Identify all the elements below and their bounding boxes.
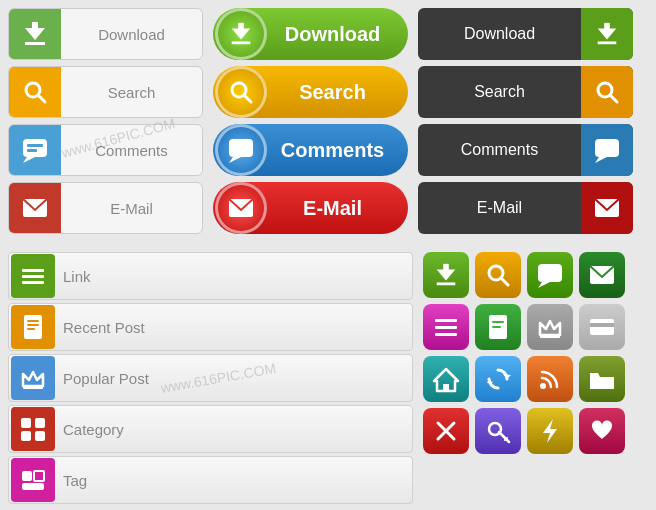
svg-rect-26 xyxy=(22,269,44,272)
grid-refresh-icon[interactable] xyxy=(475,356,521,402)
dark-comments-label: Comments xyxy=(418,141,581,159)
svg-rect-54 xyxy=(492,321,504,323)
svg-marker-16 xyxy=(229,157,241,163)
svg-line-22 xyxy=(610,95,617,102)
grid-key-icon[interactable] xyxy=(475,408,521,454)
list-item-popular-post[interactable]: Popular Post xyxy=(8,354,413,402)
recent-post-icon xyxy=(11,305,55,349)
dark-mail-icon xyxy=(581,182,633,234)
icon-grid-column xyxy=(423,252,633,504)
icon-grid xyxy=(423,252,633,454)
svg-rect-12 xyxy=(232,41,251,44)
svg-line-68 xyxy=(499,432,509,442)
svg-rect-41 xyxy=(22,483,44,490)
grid-download-icon[interactable] xyxy=(423,252,469,298)
svg-rect-29 xyxy=(24,315,42,339)
pill-download-label: Download xyxy=(267,23,408,46)
grid-lightning-icon[interactable] xyxy=(527,408,573,454)
dark-comment-icon xyxy=(581,124,633,176)
grid-search-icon[interactable] xyxy=(475,252,521,298)
list-recent-post-label: Recent Post xyxy=(63,319,145,336)
grid-comment-icon[interactable] xyxy=(527,252,573,298)
svg-rect-47 xyxy=(538,264,562,282)
grid-folder-icon[interactable] xyxy=(579,356,625,402)
grid-crown-icon[interactable] xyxy=(527,304,573,350)
pill-search-label: Search xyxy=(267,81,408,104)
list-items-column: Link Recent Post Popular Pos xyxy=(8,252,413,504)
list-item-category[interactable]: Category xyxy=(8,405,413,453)
dark-search-label: Search xyxy=(418,83,581,101)
svg-line-69 xyxy=(505,438,507,440)
svg-rect-51 xyxy=(435,326,457,329)
pill-comments-button[interactable]: Comments xyxy=(213,124,408,176)
flat-comments-button[interactable]: Comments xyxy=(8,124,203,176)
grid-card-icon[interactable] xyxy=(579,304,625,350)
dark-download-icon xyxy=(581,8,633,60)
pill-mail-icon xyxy=(215,182,267,234)
svg-marker-62 xyxy=(503,374,511,379)
flat-download-label: Download xyxy=(61,26,202,43)
search-icon xyxy=(9,66,61,118)
pill-search-icon xyxy=(215,66,267,118)
svg-rect-61 xyxy=(443,384,449,391)
dark-download-button[interactable]: Download xyxy=(418,8,633,60)
svg-rect-34 xyxy=(23,386,43,389)
svg-point-64 xyxy=(540,383,546,389)
svg-rect-5 xyxy=(23,139,47,157)
grid-heart-icon[interactable] xyxy=(579,408,625,454)
svg-rect-36 xyxy=(35,418,45,428)
grid-rss-icon[interactable] xyxy=(527,356,573,402)
grid-home-icon[interactable] xyxy=(423,356,469,402)
dark-comments-button[interactable]: Comments xyxy=(418,124,633,176)
tag-icon xyxy=(11,458,55,502)
pill-email-label: E-Mail xyxy=(267,197,408,220)
svg-rect-20 xyxy=(598,41,617,44)
list-tag-label: Tag xyxy=(63,472,87,489)
svg-marker-6 xyxy=(23,157,35,163)
flat-search-button[interactable]: Search xyxy=(8,66,203,118)
grid-menu-icon[interactable] xyxy=(423,304,469,350)
mail-icon xyxy=(9,182,61,234)
flat-download-button[interactable]: Download xyxy=(8,8,203,60)
svg-rect-30 xyxy=(27,320,39,322)
list-item-link[interactable]: Link xyxy=(8,252,413,300)
dark-email-button[interactable]: E-Mail xyxy=(418,182,633,234)
svg-rect-15 xyxy=(229,139,253,157)
list-item-tag[interactable]: Tag xyxy=(8,456,413,504)
svg-marker-33 xyxy=(23,372,43,386)
dark-search-button[interactable]: Search xyxy=(418,66,633,118)
pill-search-button[interactable]: Search xyxy=(213,66,408,118)
list-item-recent-post[interactable]: Recent Post xyxy=(8,303,413,351)
svg-line-4 xyxy=(38,95,45,102)
pill-buttons-column: Download Search Comments xyxy=(213,8,408,234)
popular-post-icon xyxy=(11,356,55,400)
flat-email-label: E-Mail xyxy=(61,200,202,217)
dark-download-label: Download xyxy=(418,25,581,43)
svg-rect-31 xyxy=(27,324,39,326)
svg-rect-44 xyxy=(437,282,456,285)
svg-rect-35 xyxy=(21,418,31,428)
dark-search-icon xyxy=(581,66,633,118)
dark-email-label: E-Mail xyxy=(418,199,581,217)
svg-rect-50 xyxy=(435,319,457,322)
svg-rect-52 xyxy=(435,333,457,336)
svg-rect-23 xyxy=(595,139,619,157)
dark-buttons-column: Download Search Comments xyxy=(418,8,633,234)
grid-mail-icon[interactable] xyxy=(579,252,625,298)
svg-rect-59 xyxy=(590,323,614,327)
grid-close-icon[interactable] xyxy=(423,408,469,454)
svg-rect-32 xyxy=(27,328,35,330)
grid-doc-icon[interactable] xyxy=(475,304,521,350)
flat-email-button[interactable]: E-Mail xyxy=(8,182,203,234)
svg-rect-8 xyxy=(27,149,37,152)
svg-rect-38 xyxy=(35,431,45,441)
svg-rect-55 xyxy=(492,326,501,328)
svg-rect-37 xyxy=(21,431,31,441)
pill-email-button[interactable]: E-Mail xyxy=(213,182,408,234)
flat-search-label: Search xyxy=(61,84,202,101)
svg-rect-40 xyxy=(34,471,44,481)
svg-marker-70 xyxy=(543,419,557,443)
pill-download-button[interactable]: Download xyxy=(213,8,408,60)
flat-buttons-column: Download Search Comments xyxy=(8,8,203,234)
svg-rect-39 xyxy=(22,471,32,481)
